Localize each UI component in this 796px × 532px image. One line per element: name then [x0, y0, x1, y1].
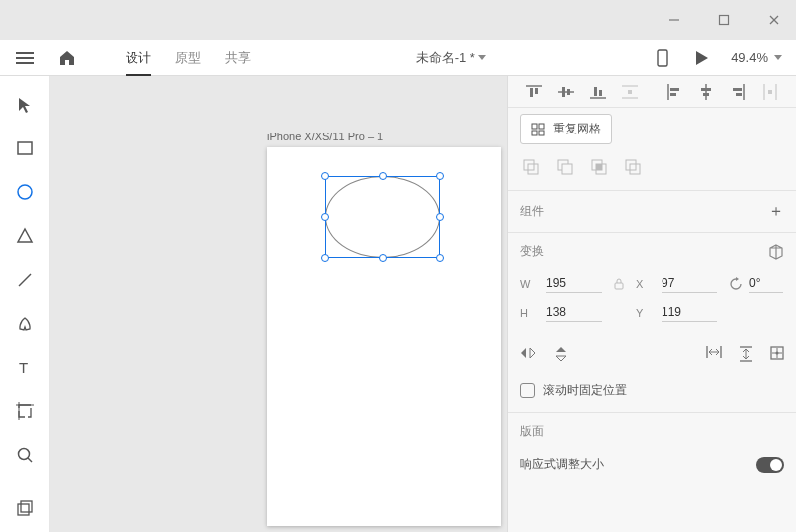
svg-rect-50 — [562, 164, 572, 174]
responsive-resize-toggle[interactable] — [756, 457, 784, 473]
svg-rect-30 — [628, 90, 632, 94]
responsive-resize-label: 响应式调整大小 — [520, 456, 604, 473]
bool-subtract-icon[interactable] — [554, 156, 576, 178]
align-right-icon[interactable] — [722, 78, 754, 106]
bool-add-icon[interactable] — [520, 156, 542, 178]
constrain-height-icon[interactable] — [740, 346, 752, 362]
flip-h-icon[interactable] — [520, 346, 536, 362]
component-header: 组件 — [520, 203, 544, 220]
width-input[interactable] — [546, 274, 602, 293]
resize-handle[interactable] — [321, 254, 329, 262]
fix-on-scroll-label: 滚动时固定位置 — [543, 382, 627, 399]
layout-header: 版面 — [520, 423, 544, 440]
lock-aspect-icon[interactable] — [614, 278, 624, 290]
resize-handle[interactable] — [379, 254, 387, 262]
home-icon[interactable] — [56, 50, 78, 66]
svg-rect-56 — [615, 283, 623, 289]
svg-rect-1 — [720, 16, 729, 25]
rectangle-tool[interactable] — [14, 137, 36, 159]
svg-rect-8 — [18, 142, 32, 154]
svg-point-15 — [18, 449, 29, 460]
resize-handle[interactable] — [321, 172, 329, 180]
resize-handle[interactable] — [436, 254, 444, 262]
w-label: W — [520, 278, 534, 290]
repeat-grid-label: 重复网格 — [553, 121, 601, 137]
ellipse-tool[interactable] — [14, 181, 36, 203]
svg-rect-17 — [18, 504, 29, 515]
svg-rect-55 — [630, 164, 640, 174]
bool-intersect-icon[interactable] — [588, 156, 610, 178]
fix-on-scroll-checkbox[interactable] — [520, 383, 535, 398]
artboard-label[interactable]: iPhone X/XS/11 Pro – 1 — [267, 131, 383, 142]
distribute-h-icon — [754, 78, 786, 106]
svg-rect-21 — [535, 88, 538, 94]
svg-rect-39 — [736, 93, 742, 96]
play-icon[interactable] — [691, 50, 713, 66]
svg-rect-45 — [532, 131, 537, 135]
repeat-grid-button[interactable]: 重复网格 — [520, 114, 612, 144]
svg-rect-33 — [670, 93, 676, 96]
svg-rect-12 — [19, 405, 31, 417]
artboard-tool[interactable] — [14, 400, 36, 422]
artboard[interactable] — [267, 147, 501, 526]
tab-design[interactable]: 设计 — [126, 41, 151, 75]
flip-v-icon[interactable] — [554, 346, 568, 362]
svg-rect-27 — [599, 90, 602, 96]
zoom-dropdown[interactable]: 49.4% — [731, 50, 782, 65]
inspector-panel: 重复网格 组件 ＋ 变换 W X — [507, 76, 796, 532]
resize-handle[interactable] — [379, 172, 387, 180]
text-tool[interactable]: T — [14, 357, 36, 379]
svg-rect-32 — [670, 88, 679, 91]
transform-header: 变换 — [520, 243, 544, 260]
svg-text:T: T — [19, 359, 28, 376]
svg-rect-43 — [532, 124, 537, 129]
tab-prototype[interactable]: 原型 — [175, 41, 201, 75]
resize-handle[interactable] — [436, 172, 444, 180]
menu-icon[interactable] — [14, 51, 36, 65]
selection-bounds[interactable] — [325, 176, 440, 258]
svg-rect-7 — [658, 50, 667, 66]
y-label: Y — [636, 307, 650, 319]
canvas[interactable]: iPhone X/XS/11 Pro – 1 — [50, 76, 507, 532]
svg-rect-18 — [21, 501, 32, 512]
x-input[interactable] — [662, 274, 717, 293]
x-label: X — [636, 278, 650, 290]
bool-exclude-icon[interactable] — [622, 156, 644, 178]
align-bottom-icon[interactable] — [582, 78, 614, 106]
svg-point-9 — [18, 185, 32, 199]
zoom-tool[interactable] — [14, 444, 36, 466]
resize-handle[interactable] — [436, 213, 444, 221]
svg-rect-53 — [596, 164, 602, 170]
pen-tool[interactable] — [14, 313, 36, 335]
rotation-input[interactable] — [749, 274, 783, 293]
constrain-width-icon[interactable] — [706, 346, 722, 362]
constrain-both-icon[interactable] — [770, 346, 784, 362]
svg-line-16 — [28, 458, 32, 462]
add-component-icon[interactable]: ＋ — [768, 201, 784, 222]
transform-3d-icon[interactable] — [768, 244, 784, 260]
svg-line-10 — [19, 274, 31, 286]
polygon-tool[interactable] — [14, 225, 36, 247]
filename[interactable]: 未命名-1 * — [251, 49, 652, 67]
window-maximize[interactable] — [710, 6, 738, 34]
assets-icon[interactable] — [14, 498, 36, 520]
height-input[interactable] — [546, 303, 602, 322]
svg-rect-35 — [701, 88, 711, 91]
svg-rect-20 — [530, 88, 533, 97]
svg-rect-44 — [539, 124, 544, 129]
device-preview-icon[interactable] — [652, 49, 673, 67]
select-tool[interactable] — [14, 94, 36, 116]
align-vcenter-icon[interactable] — [550, 78, 582, 106]
align-left-icon[interactable] — [659, 78, 690, 106]
line-tool[interactable] — [14, 269, 36, 291]
align-top-icon[interactable] — [518, 78, 550, 106]
window-close[interactable] — [760, 6, 788, 34]
resize-handle[interactable] — [321, 213, 329, 221]
svg-rect-36 — [703, 93, 709, 96]
align-hcenter-icon[interactable] — [690, 78, 722, 106]
distribute-v-icon — [614, 78, 646, 106]
tab-share[interactable]: 共享 — [225, 41, 251, 75]
rotate-icon[interactable] — [729, 277, 743, 291]
y-input[interactable] — [662, 303, 717, 322]
window-minimize[interactable] — [661, 6, 688, 34]
